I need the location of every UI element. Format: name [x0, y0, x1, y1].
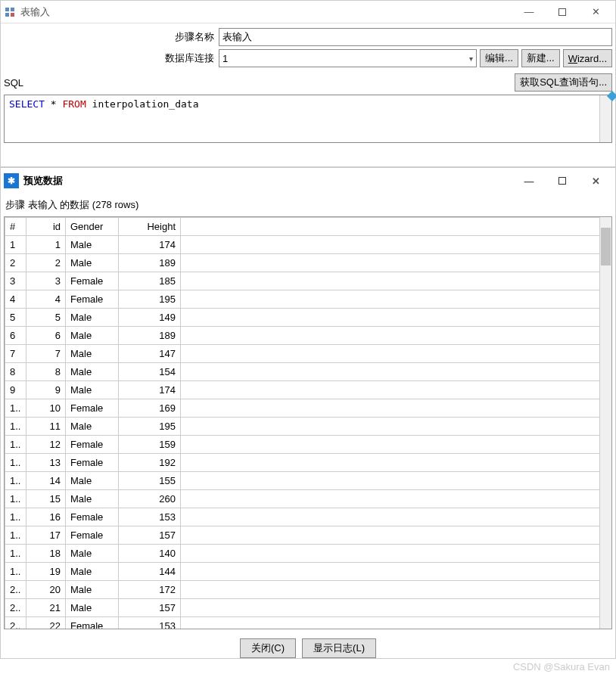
cell-hash[interactable]: 6 [5, 327, 26, 345]
table-row[interactable]: 88Male154 [5, 363, 600, 381]
cell-id[interactable]: 18 [26, 545, 66, 563]
cell-gender[interactable]: Male [66, 490, 119, 508]
cell-height[interactable]: 153 [119, 617, 181, 629]
cell-hash[interactable]: 1.. [5, 508, 26, 526]
cell-id[interactable]: 4 [26, 290, 66, 309]
cell-hash[interactable]: 1.. [5, 526, 26, 545]
table-row[interactable]: 2..22Female153 [5, 617, 600, 629]
cell-hash[interactable]: 1.. [5, 490, 26, 508]
cell-hash[interactable]: 1 [5, 236, 26, 254]
cell-height[interactable]: 155 [119, 472, 181, 490]
cell-id[interactable]: 2 [26, 254, 66, 272]
cell-gender[interactable]: Female [66, 272, 119, 290]
cell-height[interactable]: 157 [119, 526, 181, 545]
sql-text[interactable]: SELECT * FROM interpolation_data [5, 95, 599, 142]
cell-gender[interactable]: Male [66, 236, 119, 254]
col-header-id[interactable]: id [26, 218, 66, 236]
cell-id[interactable]: 9 [26, 381, 66, 399]
cell-hash[interactable]: 2.. [5, 617, 26, 629]
cell-id[interactable]: 19 [26, 563, 66, 581]
step-name-input[interactable] [219, 28, 612, 46]
cell-height[interactable]: 147 [119, 345, 181, 363]
cell-id[interactable]: 20 [26, 581, 66, 599]
cell-id[interactable]: 14 [26, 472, 66, 490]
cell-gender[interactable]: Female [66, 526, 119, 545]
cell-hash[interactable]: 1.. [5, 399, 26, 418]
cell-hash[interactable]: 5 [5, 309, 26, 327]
scrollbar-thumb[interactable] [601, 228, 611, 266]
cell-id[interactable]: 1 [26, 236, 66, 254]
table-row[interactable]: 1..14Male155 [5, 472, 600, 490]
table-row[interactable]: 99Male174 [5, 381, 600, 399]
cell-height[interactable]: 169 [119, 399, 181, 418]
cell-gender[interactable]: Male [66, 581, 119, 599]
cell-height[interactable]: 189 [119, 327, 181, 345]
cell-id[interactable]: 3 [26, 272, 66, 290]
cell-hash[interactable]: 2.. [5, 599, 26, 617]
cell-hash[interactable]: 1.. [5, 545, 26, 563]
table-row[interactable]: 2..21Male157 [5, 599, 600, 617]
cell-hash[interactable]: 1.. [5, 436, 26, 454]
cell-gender[interactable]: Female [66, 436, 119, 454]
cell-gender[interactable]: Male [66, 309, 119, 327]
table-row[interactable]: 1..18Male140 [5, 545, 600, 563]
cell-id[interactable]: 13 [26, 454, 66, 472]
table-row[interactable]: 1..13Female192 [5, 454, 600, 472]
table-scrollbar[interactable] [599, 217, 611, 629]
cell-height[interactable]: 153 [119, 508, 181, 526]
cell-hash[interactable]: 7 [5, 345, 26, 363]
table-row[interactable]: 11Male174 [5, 236, 600, 254]
cell-id[interactable]: 12 [26, 436, 66, 454]
table-row[interactable]: 1..15Male260 [5, 490, 600, 508]
cell-hash[interactable]: 2.. [5, 581, 26, 599]
preview-close-button[interactable]: ✕ [579, 170, 612, 191]
close-dialog-button[interactable]: 关闭(C) [240, 638, 296, 658]
table-row[interactable]: 66Male189 [5, 327, 600, 345]
cell-id[interactable]: 11 [26, 418, 66, 436]
table-row[interactable]: 33Female185 [5, 272, 600, 290]
cell-height[interactable]: 192 [119, 454, 181, 472]
cell-hash[interactable]: 1.. [5, 418, 26, 436]
cell-id[interactable]: 16 [26, 508, 66, 526]
cell-id[interactable]: 10 [26, 399, 66, 418]
table-row[interactable]: 55Male149 [5, 309, 600, 327]
cell-gender[interactable]: Male [66, 545, 119, 563]
table-row[interactable]: 1..12Female159 [5, 436, 600, 454]
cell-id[interactable]: 21 [26, 599, 66, 617]
cell-hash[interactable]: 3 [5, 272, 26, 290]
cell-gender[interactable]: Male [66, 381, 119, 399]
cell-hash[interactable]: 1.. [5, 472, 26, 490]
minimize-button[interactable]: — [512, 2, 546, 23]
preview-minimize-button[interactable]: — [512, 170, 546, 191]
table-row[interactable]: 22Male189 [5, 254, 600, 272]
table-row[interactable]: 2..20Male172 [5, 581, 600, 599]
cell-id[interactable]: 5 [26, 309, 66, 327]
data-table[interactable]: # id Gender Height 11Male17422Male18933F… [5, 217, 599, 629]
cell-height[interactable]: 189 [119, 254, 181, 272]
cell-height[interactable]: 174 [119, 236, 181, 254]
cell-height[interactable]: 144 [119, 563, 181, 581]
cell-id[interactable]: 22 [26, 617, 66, 629]
cell-height[interactable]: 149 [119, 309, 181, 327]
cell-hash[interactable]: 1.. [5, 563, 26, 581]
cell-id[interactable]: 7 [26, 345, 66, 363]
preview-maximize-button[interactable] [546, 170, 579, 191]
edit-button[interactable]: 编辑... [480, 49, 518, 67]
cell-hash[interactable]: 2 [5, 254, 26, 272]
cell-hash[interactable]: 4 [5, 290, 26, 309]
cell-id[interactable]: 17 [26, 526, 66, 545]
table-row[interactable]: 1..16Female153 [5, 508, 600, 526]
cell-gender[interactable]: Male [66, 599, 119, 617]
cell-id[interactable]: 8 [26, 363, 66, 381]
cell-gender[interactable]: Female [66, 290, 119, 309]
table-row[interactable]: 1..17Female157 [5, 526, 600, 545]
cell-height[interactable]: 185 [119, 272, 181, 290]
cell-gender[interactable]: Male [66, 327, 119, 345]
table-row[interactable]: 1..11Male195 [5, 418, 600, 436]
cell-height[interactable]: 154 [119, 363, 181, 381]
cell-gender[interactable]: Female [66, 399, 119, 418]
wizard-button[interactable]: Wizard... [563, 49, 612, 67]
cell-hash[interactable]: 1.. [5, 454, 26, 472]
cell-height[interactable]: 174 [119, 381, 181, 399]
sql-editor[interactable]: SELECT * FROM interpolation_data [4, 95, 612, 143]
